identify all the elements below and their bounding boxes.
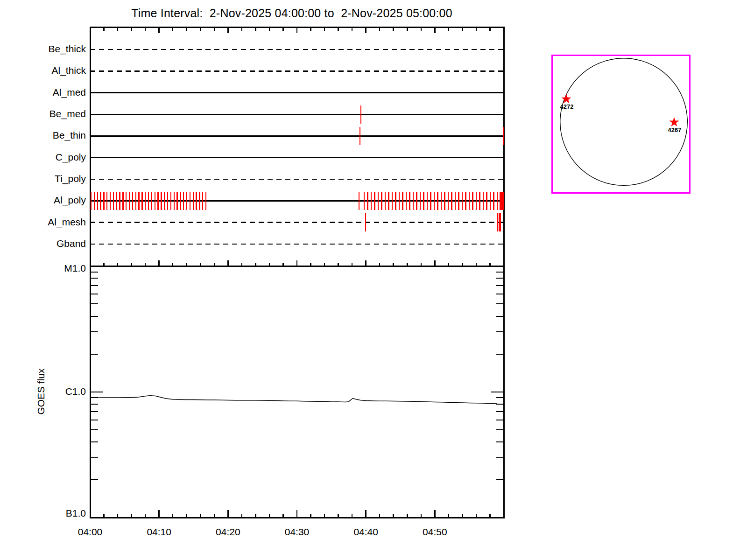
y-tick-label-m1-0: M1.0	[0, 263, 86, 274]
active-region-star-icon	[562, 94, 571, 103]
filter-row-label-be-thin: Be_thin	[0, 130, 86, 141]
filter-row-label-al-mesh: Al_mesh	[0, 217, 86, 228]
active-region-label: 4267	[661, 127, 689, 133]
filter-row-label-ti-poly: Ti_poly	[0, 173, 86, 184]
plot-canvas	[0, 0, 747, 560]
filter-row-label-al-med: Al_med	[0, 87, 86, 98]
filter-row-label-be-med: Be_med	[0, 108, 86, 119]
solar-disk-inset-frame	[552, 55, 690, 193]
xrt-observation-plot: Time Interval: 2-Nov-2025 04:00:00 to 2-…	[0, 0, 747, 560]
x-tick-label: 04:20	[200, 526, 256, 538]
x-tick-label: 04:00	[62, 526, 118, 538]
filter-row-label-c-poly: C_poly	[0, 152, 86, 163]
active-region-star-icon	[669, 117, 679, 126]
x-tick-label: 04:50	[407, 526, 463, 538]
x-tick-label: 04:30	[269, 526, 325, 538]
timeline-panel-frame	[90, 27, 504, 266]
goes-panel-frame	[90, 266, 504, 518]
filter-row-label-al-thick: Al_thick	[0, 65, 86, 76]
goes-flux-axis-label: GOES flux	[35, 368, 47, 414]
filter-row-label-gband: Gband	[0, 238, 86, 249]
y-tick-label-b1-0: B1.0	[0, 508, 86, 519]
filter-row-label-al-poly: Al_poly	[0, 195, 86, 206]
x-tick-label: 04:40	[338, 526, 394, 538]
goes-flux-curve	[90, 396, 497, 404]
x-tick-label: 04:10	[131, 526, 187, 538]
filter-row-label-be-thick: Be_thick	[0, 43, 86, 55]
active-region-label: 4272	[553, 104, 581, 110]
solar-limb-circle	[560, 58, 688, 186]
